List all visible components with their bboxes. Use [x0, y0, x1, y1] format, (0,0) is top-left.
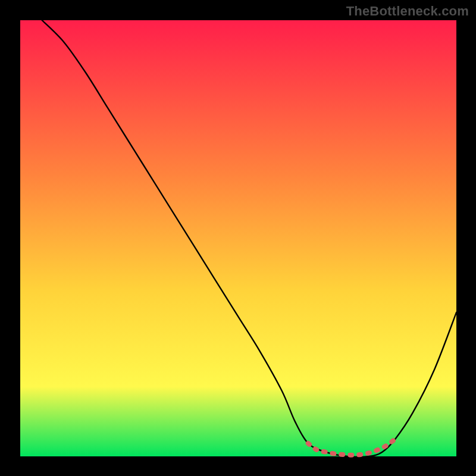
plot-background — [20, 20, 456, 456]
watermark-text: TheBottleneck.com — [346, 4, 469, 19]
bottleneck-chart — [0, 0, 476, 476]
chart-container: TheBottleneck.com — [0, 0, 476, 476]
